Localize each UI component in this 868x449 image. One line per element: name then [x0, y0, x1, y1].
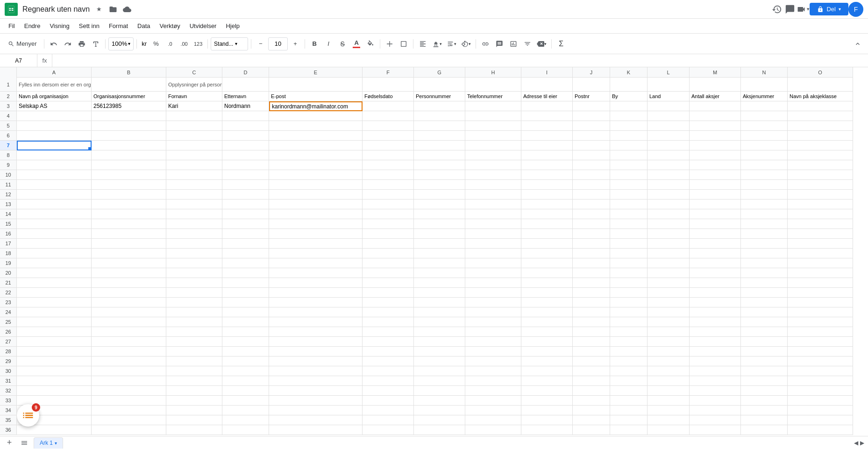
cell-E23[interactable] — [269, 298, 363, 307]
cell-A8[interactable] — [17, 150, 92, 160]
cell-B33[interactable] — [92, 396, 166, 406]
freeze-button[interactable]: ▾ — [535, 37, 548, 50]
cell-J4[interactable] — [573, 111, 610, 121]
cell-D23[interactable] — [222, 298, 269, 307]
row-num-15[interactable]: 15 — [0, 219, 16, 229]
star-icon[interactable]: ★ — [93, 4, 105, 15]
percent-button[interactable]: % — [149, 37, 163, 50]
cell-K10[interactable] — [610, 170, 647, 180]
cell-G5[interactable] — [414, 121, 465, 131]
cell-D4[interactable] — [222, 111, 269, 121]
cell-A28[interactable] — [17, 347, 92, 356]
cell-N26[interactable] — [741, 327, 788, 337]
cell-J14[interactable] — [573, 209, 610, 219]
cell-E14[interactable] — [269, 209, 363, 219]
cell-G14[interactable] — [414, 209, 465, 219]
cell-H36[interactable] — [465, 425, 521, 435]
cell-F25[interactable] — [363, 317, 414, 327]
cell-E35[interactable] — [269, 415, 363, 425]
cell-J22[interactable] — [573, 288, 610, 298]
wrap-button[interactable]: ▾ — [445, 37, 458, 50]
cell-L24[interactable] — [647, 307, 690, 317]
cell-K16[interactable] — [610, 229, 647, 239]
cell-N28[interactable] — [741, 347, 788, 356]
cell-I19[interactable] — [521, 258, 573, 268]
cell-K8[interactable] — [610, 150, 647, 160]
cell-G10[interactable] — [414, 170, 465, 180]
cell-C23[interactable] — [166, 298, 222, 307]
cell-F2[interactable]: Fødselsdato — [363, 92, 414, 101]
cell-B21[interactable] — [92, 278, 166, 288]
cell-F15[interactable] — [363, 219, 414, 229]
cell-L1[interactable] — [647, 78, 690, 92]
row-num-17[interactable]: 17 — [0, 239, 16, 249]
cell-B8[interactable] — [92, 150, 166, 160]
cell-M25[interactable] — [690, 317, 741, 327]
cell-K32[interactable] — [610, 386, 647, 396]
cell-L33[interactable] — [647, 396, 690, 406]
cell-K2[interactable]: By — [610, 92, 647, 101]
cell-M28[interactable] — [690, 347, 741, 356]
cell-O24[interactable] — [788, 307, 853, 317]
cell-E6[interactable] — [269, 131, 363, 141]
cell-F1[interactable] — [363, 78, 414, 92]
cell-F10[interactable] — [363, 170, 414, 180]
cell-F5[interactable] — [363, 121, 414, 131]
col-header-a[interactable]: A — [17, 67, 92, 78]
cell-B6[interactable] — [92, 131, 166, 141]
row-num-22[interactable]: 22 — [0, 288, 16, 298]
cell-H7[interactable] — [465, 141, 521, 150]
cell-D7[interactable] — [222, 141, 269, 150]
comments-icon[interactable] — [783, 3, 797, 16]
cell-K30[interactable] — [610, 366, 647, 376]
cell-I26[interactable] — [521, 327, 573, 337]
cell-O17[interactable] — [788, 239, 853, 249]
cell-L6[interactable] — [647, 131, 690, 141]
cell-J10[interactable] — [573, 170, 610, 180]
cell-A18[interactable] — [17, 249, 92, 258]
cell-O4[interactable] — [788, 111, 853, 121]
cell-I20[interactable] — [521, 268, 573, 278]
cell-M13[interactable] — [690, 200, 741, 209]
cell-I7[interactable] — [521, 141, 573, 150]
cell-B34[interactable] — [92, 406, 166, 415]
cell-K13[interactable] — [610, 200, 647, 209]
cell-I25[interactable] — [521, 317, 573, 327]
cell-C16[interactable] — [166, 229, 222, 239]
cell-H33[interactable] — [465, 396, 521, 406]
cell-J36[interactable] — [573, 425, 610, 435]
cell-B25[interactable] — [92, 317, 166, 327]
cell-E3[interactable]: karinordmann@mailinator.com — [269, 101, 363, 111]
cell-N24[interactable] — [741, 307, 788, 317]
cell-O35[interactable] — [788, 415, 853, 425]
cell-B15[interactable] — [92, 219, 166, 229]
cell-I29[interactable] — [521, 356, 573, 366]
cell-L18[interactable] — [647, 249, 690, 258]
cell-M4[interactable] — [690, 111, 741, 121]
cell-E22[interactable] — [269, 288, 363, 298]
cell-G35[interactable] — [414, 415, 465, 425]
insert-comment-button[interactable] — [493, 37, 506, 50]
cell-B1[interactable] — [92, 78, 166, 92]
cell-C27[interactable] — [166, 337, 222, 347]
cell-I30[interactable] — [521, 366, 573, 376]
cell-I24[interactable] — [521, 307, 573, 317]
borders-button[interactable] — [383, 37, 396, 50]
cell-D25[interactable] — [222, 317, 269, 327]
cell-H16[interactable] — [465, 229, 521, 239]
cell-E8[interactable] — [269, 150, 363, 160]
cell-F30[interactable] — [363, 366, 414, 376]
cell-L32[interactable] — [647, 386, 690, 396]
cell-O1[interactable] — [788, 78, 853, 92]
sheet-tab-ark1[interactable]: Ark 1 ▾ — [34, 437, 63, 449]
cell-A29[interactable] — [17, 356, 92, 366]
cell-D30[interactable] — [222, 366, 269, 376]
cell-L10[interactable] — [647, 170, 690, 180]
cell-B24[interactable] — [92, 307, 166, 317]
cell-M10[interactable] — [690, 170, 741, 180]
cell-M27[interactable] — [690, 337, 741, 347]
cell-D15[interactable] — [222, 219, 269, 229]
cell-O3[interactable] — [788, 101, 853, 111]
cell-C21[interactable] — [166, 278, 222, 288]
cell-H22[interactable] — [465, 288, 521, 298]
